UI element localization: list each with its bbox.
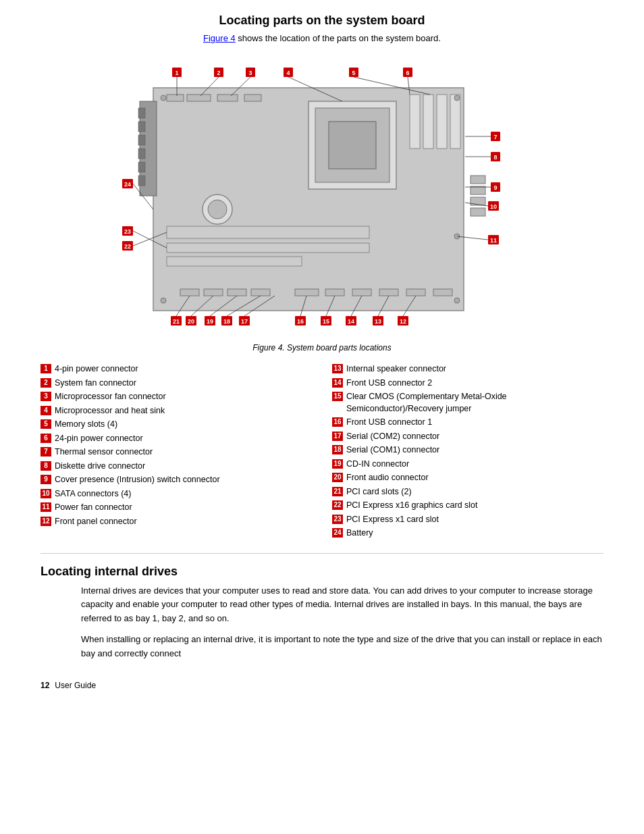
svg-rect-13 — [437, 95, 447, 149]
part-badge: 11 — [41, 502, 51, 512]
figure4-link[interactable]: Figure 4 — [203, 33, 236, 43]
part-label: 4-pin power connector — [55, 363, 312, 375]
svg-rect-23 — [471, 208, 485, 216]
footer: 12 User Guide — [41, 681, 603, 690]
part-label: 24-pin power connector — [55, 433, 312, 445]
page-number: 12 — [41, 681, 49, 690]
part-label: Clear CMOS (Complementary Metal-Oxide Se… — [346, 391, 603, 415]
list-item: 21PCI card slots (2) — [332, 486, 603, 498]
parts-col-left: 14-pin power connector2System fan connec… — [41, 363, 312, 540]
part-label: PCI card slots (2) — [346, 486, 603, 498]
svg-rect-19 — [167, 257, 302, 266]
svg-text:13: 13 — [375, 318, 381, 325]
part-badge: 1 — [41, 364, 51, 373]
part-badge: 12 — [41, 517, 51, 526]
svg-text:22: 22 — [124, 243, 131, 250]
list-item: 13Internal speaker connector — [332, 363, 603, 375]
part-badge: 8 — [41, 461, 51, 471]
svg-rect-31 — [379, 289, 398, 296]
diagram-container: 1 2 3 4 5 6 — [41, 54, 603, 338]
part-label: Front USB connector 2 — [346, 377, 603, 390]
part-badge: 14 — [332, 378, 343, 388]
svg-rect-33 — [433, 289, 452, 296]
part-label: Serial (COM2) connector — [346, 431, 603, 443]
section-title-1: Locating parts on the system board — [41, 14, 603, 28]
svg-text:2: 2 — [217, 70, 220, 76]
list-item: 15Clear CMOS (Complementary Metal-Oxide … — [332, 391, 603, 415]
list-item: 10SATA connectors (4) — [41, 488, 312, 500]
board-diagram: 1 2 3 4 5 6 — [113, 54, 531, 338]
system-board-svg: 1 2 3 4 5 6 — [113, 54, 531, 338]
svg-rect-27 — [251, 289, 270, 296]
part-badge: 4 — [41, 406, 51, 415]
part-badge: 15 — [332, 392, 343, 401]
svg-point-16 — [208, 200, 227, 219]
part-label: Front panel connector — [55, 516, 312, 528]
part-label: PCI Express x16 graphics card slot — [346, 500, 603, 512]
svg-rect-37 — [244, 95, 261, 101]
svg-text:9: 9 — [493, 184, 497, 191]
intro-text-rest: shows the location of the parts on the s… — [238, 33, 441, 43]
part-badge: 2 — [41, 378, 51, 388]
part-badge: 7 — [41, 447, 51, 457]
footer-label: User Guide — [55, 681, 96, 690]
svg-rect-12 — [423, 95, 433, 149]
part-label: Internal speaker connector — [346, 363, 603, 375]
svg-text:7: 7 — [493, 134, 497, 140]
part-badge: 21 — [332, 487, 343, 496]
part-label: Microprocessor and heat sink — [55, 405, 312, 417]
section-divider — [41, 553, 603, 554]
svg-text:17: 17 — [241, 318, 248, 325]
svg-point-40 — [454, 298, 460, 303]
part-badge: 13 — [332, 364, 343, 373]
svg-rect-6 — [138, 162, 145, 172]
svg-rect-10 — [329, 122, 376, 169]
part-label: SATA connectors (4) — [55, 488, 312, 500]
list-item: 5Memory slots (4) — [41, 419, 312, 431]
list-item: 24Battery — [332, 527, 603, 540]
part-badge: 6 — [41, 434, 51, 443]
svg-text:19: 19 — [207, 318, 213, 325]
svg-rect-26 — [227, 289, 246, 296]
list-item: 624-pin power connector — [41, 433, 312, 445]
svg-rect-35 — [187, 95, 211, 101]
svg-text:20: 20 — [188, 318, 194, 325]
list-item: 18Serial (COM1) connector — [332, 444, 603, 457]
part-label: PCI Express x1 card slot — [346, 514, 603, 526]
svg-rect-17 — [167, 226, 369, 238]
svg-rect-18 — [167, 243, 369, 253]
parts-list: 14-pin power connector2System fan connec… — [41, 363, 603, 540]
svg-text:1: 1 — [175, 70, 178, 76]
svg-rect-21 — [471, 186, 485, 194]
svg-point-41 — [161, 298, 166, 303]
svg-text:18: 18 — [223, 318, 230, 325]
svg-text:15: 15 — [323, 318, 329, 325]
svg-rect-30 — [352, 289, 371, 296]
part-badge: 16 — [332, 417, 343, 427]
svg-text:8: 8 — [493, 154, 497, 161]
svg-text:3: 3 — [248, 70, 252, 76]
svg-text:12: 12 — [400, 318, 406, 325]
list-item: 17Serial (COM2) connector — [332, 431, 603, 443]
part-badge: 5 — [41, 419, 51, 429]
svg-text:5: 5 — [352, 70, 355, 76]
part-label: Front audio connector — [346, 472, 603, 484]
svg-text:11: 11 — [490, 237, 497, 244]
svg-rect-29 — [325, 289, 344, 296]
svg-rect-34 — [167, 95, 184, 101]
svg-rect-5 — [138, 149, 145, 159]
part-badge: 17 — [332, 432, 343, 441]
list-item: 16Front USB connector 1 — [332, 417, 603, 429]
part-label: Diskette drive connector — [55, 461, 312, 473]
list-item: 14-pin power connector — [41, 363, 312, 375]
svg-text:21: 21 — [173, 318, 180, 325]
list-item: 8Diskette drive connector — [41, 461, 312, 473]
part-badge: 18 — [332, 445, 343, 454]
svg-rect-32 — [406, 289, 425, 296]
part-badge: 9 — [41, 475, 51, 484]
parts-col-right: 13Internal speaker connector14Front USB … — [332, 363, 603, 540]
list-item: 14Front USB connector 2 — [332, 377, 603, 390]
section-title-2: Locating internal drives — [41, 565, 603, 579]
part-label: Serial (COM1) connector — [346, 444, 603, 457]
part-badge: 20 — [332, 473, 343, 482]
